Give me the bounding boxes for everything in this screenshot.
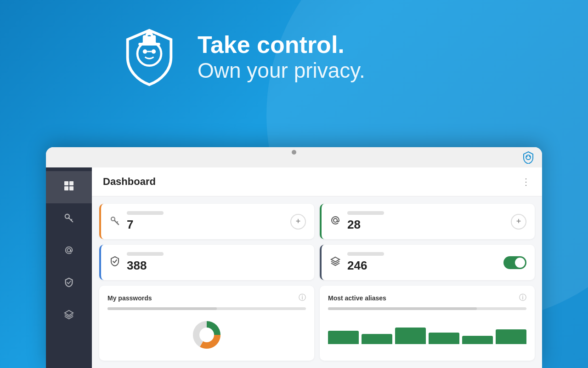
- stat-info-layers: 246: [347, 252, 384, 273]
- bar-1: [328, 331, 359, 344]
- svg-point-19: [334, 218, 337, 222]
- stat-label-bar-aliases: [347, 211, 384, 215]
- bar-4: [429, 333, 459, 344]
- layers-stat-icon: [330, 256, 341, 270]
- passwords-count: 7: [127, 218, 164, 232]
- blocked-count: 388: [127, 259, 164, 273]
- stats-grid: 7 +: [99, 204, 535, 280]
- my-passwords-header: My passwords ⓘ: [107, 293, 306, 303]
- dashboard-body: 7 +: [92, 196, 542, 368]
- vpn-toggle[interactable]: [503, 256, 526, 269]
- aliases-stat-icon: [330, 215, 341, 229]
- stat-left-aliases: 28: [330, 211, 384, 232]
- layers-stat-card: 246: [320, 245, 535, 280]
- sidebar-item-layers[interactable]: [46, 300, 92, 332]
- svg-point-1: [143, 49, 147, 53]
- app-main: Dashboard ⋮: [46, 167, 542, 368]
- svg-point-2: [152, 49, 156, 53]
- aliases-stat-card: 28 +: [320, 204, 535, 239]
- aliases-bar-fill: [328, 307, 477, 310]
- my-passwords-bar: [107, 307, 306, 310]
- aliases-widget-title: Most active aliases: [328, 294, 386, 302]
- add-alias-button[interactable]: +: [511, 214, 526, 230]
- aliases-widget-bar: [328, 307, 526, 310]
- my-passwords-widget: My passwords ⓘ: [99, 286, 314, 361]
- stat-info-blocked: 388: [127, 252, 164, 273]
- app-window: Dashboard ⋮: [46, 147, 542, 368]
- svg-point-11: [529, 156, 531, 157]
- dashboard-content: Dashboard ⋮: [92, 167, 542, 368]
- bar-2: [362, 334, 392, 344]
- dashboard-header: Dashboard ⋮: [92, 167, 542, 196]
- stat-left-layers: 246: [330, 252, 384, 273]
- passwords-stat-icon: [109, 215, 120, 229]
- blocked-stat-card: 388: [99, 245, 314, 280]
- stat-left-blocked: 388: [109, 252, 164, 273]
- svg-point-21: [199, 328, 214, 342]
- add-password-button[interactable]: +: [290, 214, 306, 230]
- stat-left: 7: [109, 211, 164, 232]
- svg-point-9: [526, 155, 531, 160]
- bar-5: [462, 336, 493, 344]
- hero-tagline2: Own your privacy.: [198, 58, 365, 83]
- svg-rect-14: [64, 186, 68, 190]
- svg-point-10: [526, 156, 528, 157]
- shield-icon: [64, 277, 74, 290]
- aliases-count: 28: [347, 218, 384, 232]
- stat-label-bar-blocked: [127, 252, 164, 256]
- browser-indicator: [292, 150, 296, 155]
- sidebar-item-dashboard[interactable]: [46, 171, 92, 203]
- hero-section: Take control. Own your privacy.: [119, 28, 365, 87]
- blocked-stat-icon: [109, 256, 120, 270]
- bar-6: [496, 329, 526, 344]
- aliases-widget-header: Most active aliases ⓘ: [328, 293, 526, 303]
- svg-rect-13: [69, 181, 74, 185]
- aliases-bar-chart: [328, 316, 526, 344]
- stat-label-bar: [127, 211, 164, 215]
- passwords-chart: [107, 316, 306, 353]
- layers-icon: [64, 310, 74, 322]
- svg-rect-12: [64, 181, 68, 185]
- browser-logo: [522, 151, 535, 164]
- sidebar: [46, 167, 92, 368]
- aliases-info-icon[interactable]: ⓘ: [519, 293, 526, 303]
- sidebar-item-passwords[interactable]: [46, 203, 92, 236]
- app-logo: [119, 28, 179, 87]
- svg-rect-5: [143, 35, 156, 44]
- my-passwords-title: My passwords: [107, 294, 152, 302]
- layers-count: 246: [347, 259, 384, 273]
- dashboard-icon: [63, 180, 74, 194]
- my-passwords-info-icon[interactable]: ⓘ: [299, 293, 306, 303]
- svg-point-17: [67, 248, 70, 252]
- my-passwords-bar-fill: [107, 307, 217, 310]
- browser-bar: [46, 147, 542, 167]
- passwords-stat-card: 7 +: [99, 204, 314, 239]
- hero-tagline1: Take control.: [198, 32, 365, 58]
- stat-info: 7: [127, 211, 164, 232]
- stat-label-bar-layers: [347, 252, 384, 256]
- sidebar-item-aliases[interactable]: [46, 236, 92, 268]
- bar-3: [395, 328, 426, 344]
- sidebar-item-shield[interactable]: [46, 268, 92, 300]
- hero-text: Take control. Own your privacy.: [198, 32, 365, 83]
- key-icon: [64, 213, 74, 226]
- more-options-button[interactable]: ⋮: [521, 176, 531, 187]
- pie-chart-svg: [188, 316, 225, 353]
- widgets-grid: My passwords ⓘ: [99, 286, 535, 361]
- most-active-aliases-widget: Most active aliases ⓘ: [320, 286, 535, 361]
- dashboard-title: Dashboard: [103, 176, 156, 188]
- svg-rect-15: [69, 186, 74, 190]
- stat-info-aliases: 28: [347, 211, 384, 232]
- at-icon: [64, 245, 74, 258]
